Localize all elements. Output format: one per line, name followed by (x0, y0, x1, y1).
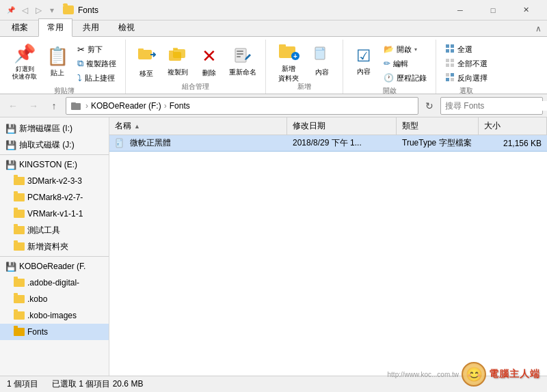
edit-button[interactable]: ✏ 編輯 (380, 57, 430, 70)
open-dropdown-arrow: ▾ (414, 46, 417, 53)
sidebar-item-kingston[interactable]: 💾 KINGSTON (E:) (0, 156, 109, 173)
dropdown-icon[interactable]: ▾ (46, 5, 57, 16)
close-button[interactable]: ✕ (510, 0, 542, 20)
select-none-label: 全部不選 (457, 59, 488, 69)
sidebar: 💾 新增磁碟區 (I:) 💾 抽取式磁碟 (J:) 💾 KINGSTON (E:… (0, 117, 109, 376)
svg-rect-29 (71, 102, 76, 104)
watermark: http://www.koc...com.tw 😊 電腦主人端 (388, 362, 540, 387)
ribbon-group-organize-content: 移至 複製到 ✕ 刪除 重新命名 (130, 40, 261, 81)
watermark-text: 電腦主人端 (489, 368, 540, 380)
move-to-button[interactable]: 移至 (131, 42, 161, 81)
folder-kobo-icon (14, 295, 25, 303)
sidebar-item-kobo-drive[interactable]: 💾 KOBOeReader (F. (0, 258, 109, 275)
copy-to-icon (168, 46, 187, 66)
title-back-icon[interactable]: ◁ (19, 5, 30, 16)
refresh-button[interactable]: ↻ (421, 97, 438, 115)
properties-button[interactable]: ☑ 內容 (349, 42, 379, 81)
addr-sep-2: › (164, 101, 167, 111)
col-header-name[interactable]: 名稱 ▲ (109, 117, 287, 135)
copy-to-button[interactable]: 複製到 (163, 42, 193, 81)
forward-button[interactable]: → (25, 97, 42, 115)
title-forward-icon[interactable]: ▷ (33, 5, 44, 16)
select-all-button[interactable]: 全選 (442, 42, 491, 56)
ribbon-group-open: ☑ 內容 📂 開啟 ▾ ✏ 編輯 🕐 歷程記錄 開啟 (343, 40, 436, 94)
svg-rect-17 (451, 44, 454, 48)
paste-icon: 📋 (46, 46, 68, 67)
col-header-type[interactable]: 類型 (397, 117, 479, 135)
ribbon-collapse-btn[interactable]: ∧ (530, 21, 547, 36)
file-name-text: 微軟正黑體 (130, 137, 171, 149)
delete-button[interactable]: ✕ 刪除 (194, 42, 224, 81)
status-item-count: 1 個項目 (7, 378, 38, 390)
tab-file[interactable]: 檔案 (3, 18, 37, 36)
open-small-col: 📂 開啟 ▾ ✏ 編輯 🕐 歷程記錄 (380, 42, 430, 85)
up-button[interactable]: ↑ (45, 97, 63, 115)
paste-button[interactable]: 📋 貼上 (42, 42, 72, 81)
back-button[interactable]: ← (4, 97, 22, 115)
quick-access-icon[interactable]: 📌 (5, 5, 16, 16)
col-header-date[interactable]: 修改日期 (287, 117, 397, 135)
addr-folder[interactable]: Fonts (170, 101, 190, 111)
table-row[interactable]: T 微軟正黑體 2018/8/29 下午 1... TrueType 字型檔案 … (109, 135, 547, 152)
select-none-button[interactable]: 全部不選 (442, 57, 491, 70)
watermark-face: 😊 (462, 362, 486, 387)
organize-label: 組合管理 (130, 81, 261, 94)
new-item-button[interactable]: 內容 (307, 42, 337, 81)
invert-label: 反向選擇 (457, 73, 488, 83)
file-date-cell: 2018/8/29 下午 1... (287, 137, 397, 149)
sidebar-item-label: PCMark8-v2-7- (27, 193, 83, 202)
sidebar-item-new-folder[interactable]: 新增資料夾 (0, 238, 109, 255)
rename-icon (233, 46, 252, 66)
sidebar-item-label: .kobo (27, 294, 47, 304)
window-title: Fonts (78, 5, 98, 15)
sidebar-item-label: 抽取式磁碟 (J:) (19, 139, 75, 151)
invert-selection-button[interactable]: 反向選擇 (442, 71, 491, 85)
sidebar-item-vrmark[interactable]: VRMark-v1-1-1 (0, 206, 109, 222)
sidebar-item-test-tools[interactable]: 測試工具 (0, 222, 109, 238)
sidebar-item-pcmark[interactable]: PCMark8-v2-7- (0, 189, 109, 206)
svg-rect-24 (446, 73, 449, 76)
col-header-size[interactable]: 大小 (479, 117, 547, 135)
paste-shortcut-button[interactable]: ⤵ 貼上捷徑 (74, 71, 120, 85)
pin-button[interactable]: 📌 釘選到快速存取 (8, 42, 41, 81)
paste-shortcut-label: 貼上捷徑 (85, 73, 115, 83)
sidebar-item-fonts[interactable]: Fonts (0, 324, 109, 340)
folder-adobe-icon (14, 279, 25, 287)
ribbon-group-organize: 移至 複製到 ✕ 刪除 重新命名 組合管理 (126, 40, 266, 94)
move-to-label: 移至 (139, 69, 153, 79)
sidebar-item-adobe[interactable]: .adobe-digital- (0, 275, 109, 291)
title-bar-quick-access: 📌 ◁ ▷ ▾ (5, 5, 57, 16)
sidebar-item-kobo[interactable]: .kobo (0, 291, 109, 307)
rename-label: 重新命名 (229, 68, 256, 77)
copy-path-button[interactable]: ⧉ 複製路徑 (74, 57, 120, 70)
rename-button[interactable]: 重新命名 (226, 42, 260, 81)
sidebar-item-drive-j[interactable]: 💾 抽取式磁碟 (J:) (0, 137, 109, 153)
address-bar[interactable]: › KOBOeReader (F:) › Fonts (66, 97, 418, 115)
properties-label: 內容 (357, 67, 371, 76)
search-input[interactable] (441, 101, 547, 111)
open-button[interactable]: 📂 開啟 ▾ (380, 42, 430, 56)
sidebar-item-3dmark[interactable]: 3DMark-v2-3-3 (0, 173, 109, 189)
new-folder-button[interactable]: + 新增資料夾 (271, 42, 306, 81)
cut-button[interactable]: ✂ 剪下 (74, 42, 120, 56)
paste-shortcut-icon: ⤵ (77, 73, 82, 83)
sidebar-item-kobo-images[interactable]: .kobo-images (0, 307, 109, 324)
minimize-button[interactable]: ─ (444, 0, 476, 20)
history-button[interactable]: 🕐 歷程記錄 (380, 71, 430, 85)
delete-icon: ✕ (202, 46, 217, 67)
open-label: 開啟 (397, 44, 412, 55)
open-label: 開啟 (347, 85, 431, 98)
maximize-button[interactable]: □ (477, 0, 509, 20)
tab-share[interactable]: 共用 (74, 18, 108, 36)
addr-sep-1: › (85, 101, 88, 111)
ribbon-tabs: 檔案 常用 共用 檢視 ∧ (0, 20, 547, 37)
addr-drive[interactable]: KOBOeReader (F:) (91, 101, 161, 111)
ribbon-group-select: 全選 全部不選 反向選擇 選取 (436, 40, 496, 94)
sidebar-item-drive-i[interactable]: 💾 新增磁碟區 (I:) (0, 120, 109, 137)
tab-view[interactable]: 檢視 (109, 18, 144, 36)
search-bar[interactable]: 🔍 (440, 97, 543, 115)
col-date-label: 修改日期 (293, 120, 325, 132)
col-name-label: 名稱 (115, 120, 131, 132)
tab-home[interactable]: 常用 (38, 18, 72, 37)
folder-kobo-images-icon (14, 311, 25, 320)
